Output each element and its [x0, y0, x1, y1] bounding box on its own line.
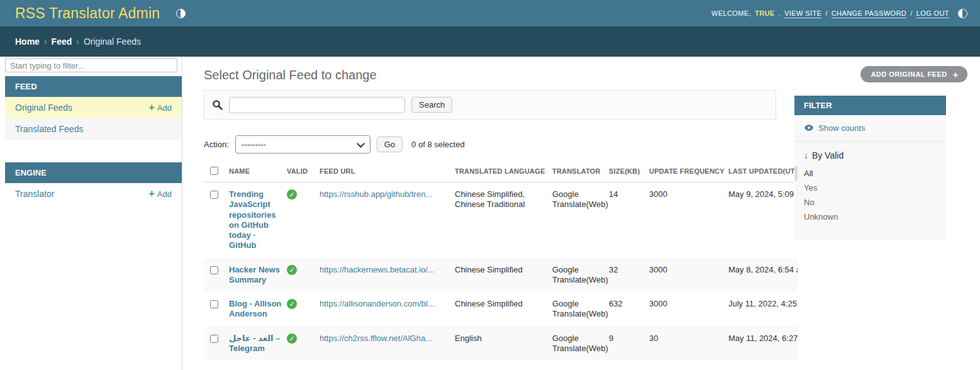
row-checkbox[interactable]	[210, 191, 218, 199]
row-checkbox[interactable]	[210, 266, 218, 274]
filter-group-title: ↓ By Valid	[794, 142, 946, 166]
link-separator: /	[825, 9, 827, 17]
feed-name-link[interactable]: الغد - عاجل – Telegram	[229, 334, 280, 353]
breadcrumb-feed-link[interactable]: Feed	[52, 36, 72, 47]
sidebar-section-title-feed: FEED	[5, 76, 182, 97]
update-frequency-cell: 3000	[649, 258, 728, 293]
sidebar-filter-input[interactable]	[5, 59, 177, 72]
right-column: ADD ORIGINAL FEED + FILTER Show counts ↓…	[776, 57, 980, 370]
valid-yes-icon: ✓	[287, 299, 297, 309]
log-out-link[interactable]: LOG OUT	[916, 9, 949, 17]
feed-name-link[interactable]: Hacker News Summary	[229, 265, 280, 284]
valid-yes-icon: ✓	[287, 334, 297, 344]
plus-icon: +	[953, 70, 959, 79]
row-checkbox[interactable]	[210, 300, 218, 308]
breadcrumb-current: Original Feeds	[84, 36, 141, 47]
feed-name-link[interactable]: Blog - Allison Anderson	[229, 299, 281, 318]
filter-option-no[interactable]: No	[794, 195, 946, 210]
filter-options: All Yes No Unknown	[794, 166, 946, 224]
search-input[interactable]	[229, 97, 405, 113]
translated-language-cell: Chinese Simplified	[455, 258, 552, 293]
sidebar-item-label[interactable]: Original Feeds	[15, 103, 72, 113]
filter-panel: FILTER Show counts ↓ By Valid All Yes No…	[794, 96, 946, 240]
change-password-link[interactable]: CHANGE PASSWORD	[832, 9, 906, 17]
action-select-wrap: ---------	[235, 135, 370, 154]
changelist-main: Select Original Feed to change Search Ac…	[182, 57, 776, 370]
table-row: Hacker News Summary ✓ https://hackernews…	[204, 258, 798, 293]
username-period: .	[779, 9, 781, 17]
add-original-feed-link[interactable]: + Add	[149, 103, 172, 113]
search-icon	[212, 99, 223, 110]
username: TRUE	[755, 9, 775, 17]
column-header-translator[interactable]: TRANSLATOR	[552, 159, 609, 182]
feed-url-link[interactable]: https://rsshub.app/github/tren...	[320, 189, 450, 199]
sidebar-item-label[interactable]: Translated Feeds	[15, 124, 83, 134]
translator-cell: Google Translate(Web)	[552, 258, 609, 293]
search-button[interactable]: Search	[411, 97, 452, 113]
action-label: Action:	[204, 140, 229, 149]
sidebar-item-original-feeds[interactable]: Original Feeds + Add	[5, 97, 182, 118]
feed-name-link[interactable]: Trending JavaScript repositories on GitH…	[229, 189, 276, 250]
page-title: Select Original Feed to change	[204, 68, 776, 82]
row-checkbox[interactable]	[210, 335, 218, 343]
table-row: Blog - Allison Anderson ✓ https://alliso…	[204, 292, 798, 327]
user-tools: WELCOME, TRUE. VIEW SITE / CHANGE PASSWO…	[711, 9, 967, 18]
translator-cell: Google Translate(Web)	[552, 182, 609, 258]
table-row: Trending JavaScript repositories on GitH…	[204, 182, 798, 258]
app-header: RSS Translator Admin WELCOME, TRUE. VIEW…	[0, 0, 980, 26]
add-link-label: Add	[157, 103, 172, 113]
column-header-feed-url[interactable]: FEED URL	[320, 159, 455, 182]
add-link-label: Add	[157, 189, 172, 199]
column-header-update-frequency[interactable]: UPDATE FREQUENCY	[649, 159, 728, 182]
add-translator-link[interactable]: + Add	[149, 189, 172, 199]
filter-option-label[interactable]: All	[804, 169, 813, 178]
filter-option-label[interactable]: Unknown	[804, 212, 838, 221]
sidebar-item-translator[interactable]: Translator + Add	[5, 183, 182, 205]
breadcrumb-home-link[interactable]: Home	[15, 36, 40, 47]
sidebar-item-label[interactable]: Translator	[15, 189, 55, 199]
sidebar-module-feed: FEED Original Feeds + Add Translated Fee…	[5, 76, 182, 140]
filter-option-label[interactable]: No	[804, 198, 815, 207]
filter-option-yes[interactable]: Yes	[794, 181, 946, 195]
search-bar: Search	[204, 90, 776, 120]
update-frequency-cell: 30	[649, 327, 728, 361]
filter-option-all[interactable]: All	[794, 166, 946, 181]
feed-url-link[interactable]: https://allisonanderson.com/bl...	[320, 299, 450, 309]
show-counts-label: Show counts	[818, 123, 865, 133]
view-site-link[interactable]: VIEW SITE	[784, 9, 821, 17]
plus-icon: +	[149, 104, 155, 111]
eye-icon	[804, 123, 814, 133]
result-table: NAME VALID FEED URL TRANSLATED LANGUAGE …	[204, 159, 798, 361]
column-header-name[interactable]: NAME	[229, 159, 287, 182]
filter-option-unknown[interactable]: Unknown	[794, 210, 946, 224]
filter-option-label[interactable]: Yes	[804, 183, 817, 193]
feed-url-link[interactable]: https://hackernews.betacat.io/...	[320, 265, 450, 275]
column-header-valid[interactable]: VALID	[287, 159, 320, 182]
sidebar-module-engine: ENGINE Translator + Add	[5, 162, 182, 205]
action-select[interactable]: ---------	[235, 135, 370, 154]
action-counter: 0 of 8 selected	[411, 140, 465, 149]
welcome-label: WELCOME,	[711, 9, 751, 17]
select-all-checkbox[interactable]	[210, 167, 218, 175]
plus-icon: +	[149, 190, 155, 198]
column-header-translated-language[interactable]: TRANSLATED LANGUAGE	[455, 159, 552, 182]
theme-toggle-icon[interactable]	[176, 9, 186, 18]
add-original-feed-button[interactable]: ADD ORIGINAL FEED +	[860, 66, 967, 82]
size-cell: 9	[609, 327, 649, 361]
translated-language-cell: English	[455, 327, 552, 361]
valid-yes-icon: ✓	[287, 189, 297, 199]
theme-toggle-icon[interactable]	[958, 9, 967, 18]
feed-url-link[interactable]: https://ch2rss.fflow.net/AlGha...	[320, 334, 450, 344]
site-title-link[interactable]: RSS Translator Admin	[15, 5, 160, 22]
size-cell: 14	[609, 182, 649, 258]
show-counts-link[interactable]: Show counts	[794, 115, 946, 142]
down-arrow-icon: ↓	[804, 150, 808, 160]
translator-cell: Google Translate(Web)	[552, 292, 609, 327]
column-header-size[interactable]: SIZE(KB)	[609, 159, 649, 182]
go-button[interactable]: Go	[377, 137, 403, 152]
size-cell: 32	[609, 258, 649, 293]
filter-panel-title: FILTER	[794, 96, 946, 115]
translated-language-cell: Chinese Simplified	[455, 292, 552, 327]
valid-yes-icon: ✓	[287, 265, 297, 275]
sidebar-item-translated-feeds[interactable]: Translated Feeds	[5, 118, 182, 140]
